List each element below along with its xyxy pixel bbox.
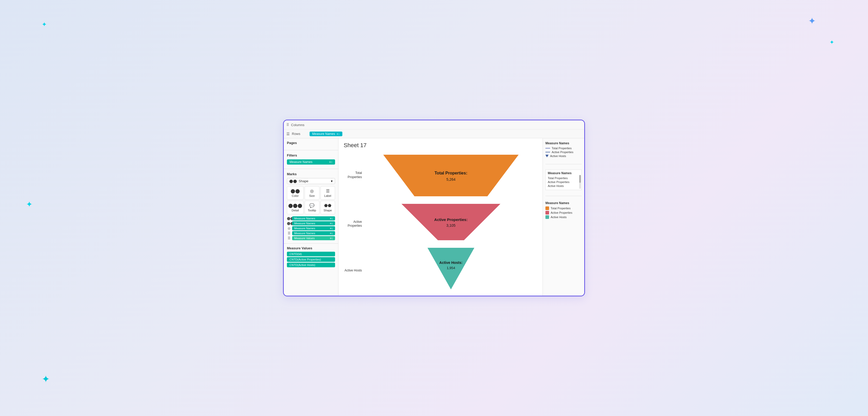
- marks-pill-row-5: ☰ Measure Values ≡↕: [287, 236, 335, 240]
- pill-2-icon: ⬤⬤: [287, 221, 291, 225]
- pill-5-icon: ☰: [287, 236, 291, 240]
- legend-color-red: [546, 211, 549, 214]
- body: Pages Filters Measure Names ≡↕ Marks ⬤⬤ …: [284, 138, 584, 296]
- legend-3-label-1: Total Properties: [551, 207, 570, 210]
- legend-3-title: Measure Names: [546, 201, 582, 205]
- pages-section: Pages: [284, 138, 338, 149]
- y-label-1: TotalProperties: [344, 171, 362, 179]
- pill-size-menu: ≡↕: [330, 227, 333, 230]
- pill-4-icon: ☰: [287, 232, 291, 235]
- legend-1-title: Measure Names: [546, 141, 582, 145]
- pill-1-icon: ⬤⬤: [287, 216, 291, 220]
- color-icon: ⬤⬤: [290, 188, 300, 194]
- rows-icon: ☰: [286, 132, 290, 136]
- legend-2-item-2: Active Properties: [548, 180, 579, 183]
- marks-label-btn[interactable]: ☰ Label: [320, 186, 335, 200]
- marks-pill-color[interactable]: Measure Names ≡↕: [292, 216, 335, 220]
- funnel-shape-2: [401, 204, 500, 240]
- marks-pill-label[interactable]: Measure Names ≡↕: [292, 231, 335, 235]
- funnel-svg-3: Active Hosts: 1,954: [375, 248, 526, 289]
- measure-values-section: Measure Values CNTD(Id) CNTD(Active Prop…: [284, 244, 338, 296]
- marks-pill-size[interactable]: Measure Names ≡↕: [292, 226, 335, 230]
- funnel-label-1-main: Total Properties:: [435, 171, 467, 175]
- mv-pill-3[interactable]: CNTD(Active Hosts): [287, 263, 335, 267]
- legend-2-item-1: Total Properties: [548, 177, 579, 180]
- marks-pill-row-1: ⬤⬤ Measure Names ≡↕: [287, 216, 335, 220]
- legend-2-label-1: Total Properties: [548, 177, 567, 180]
- funnel-item-1: Total Properties: 5,264: [365, 155, 537, 196]
- marks-pill-row-4: ☰ Measure Names ≡↕: [287, 231, 335, 235]
- legend-2-label-3: Active Hosts: [548, 184, 564, 187]
- pill-size-label: Measure Names: [294, 227, 315, 230]
- funnel-shape-1: [383, 155, 519, 196]
- legend-block-3: Measure Names Total Properties Active Pr…: [546, 201, 582, 220]
- sparkle-decoration-5: ✦: [42, 373, 50, 385]
- detail-icon: ⬤⬤⬤: [288, 203, 302, 208]
- legend-line-2: [546, 152, 550, 152]
- pill-label-label: Measure Names: [294, 232, 315, 235]
- marks-type-icon: ⬤⬤: [289, 179, 297, 183]
- funnel-svg-1: Total Properties: 5,264: [375, 155, 526, 196]
- size-icon: ◎: [310, 188, 314, 194]
- filters-measure-names-pill[interactable]: Measure Names ≡↕: [287, 160, 335, 165]
- label-label: Label: [324, 194, 331, 197]
- measure-names-pill-label: Measure Names: [312, 132, 335, 136]
- legend-line-1: [546, 148, 550, 148]
- marks-pill-values[interactable]: Measure Values ≡↕: [292, 236, 335, 240]
- funnel-item-3: Active Hosts: 1,954: [365, 248, 537, 289]
- chart-body: TotalProperties ActiveProperties Active …: [338, 151, 542, 296]
- sparkle-decoration-4: ✦: [26, 200, 33, 209]
- pill-color-menu: ≡↕: [330, 217, 333, 220]
- funnel-label-1-value: 5,264: [446, 177, 455, 181]
- marks-tooltip-btn[interactable]: 💬 Tooltip: [305, 201, 319, 214]
- shape-label: Shape: [323, 209, 332, 212]
- filters-section: Filters Measure Names ≡↕: [284, 151, 338, 168]
- marks-type-left: ⬤⬤ Shape: [289, 179, 309, 183]
- pill-values-label: Measure Values: [294, 237, 315, 240]
- marks-pills: ⬤⬤ Measure Names ≡↕ ⬤⬤ Measure Names ≡↕: [287, 216, 335, 240]
- chart-area: Sheet 17 TotalProperties ActivePropertie…: [338, 138, 542, 296]
- marks-shape-btn[interactable]: ⬟⬟ Shape: [320, 201, 335, 214]
- legend-1-label-3: Active Hosts: [550, 154, 566, 158]
- marks-pill-shape2[interactable]: Measure Names ≡↕: [292, 221, 335, 226]
- marks-section: Marks ⬤⬤ Shape ▾ ⬤⬤ Color ◎ Size: [284, 170, 338, 243]
- pill-color-label: Measure Names: [294, 217, 315, 220]
- legend-scrollbar[interactable]: [579, 175, 581, 189]
- filters-pill-label: Measure Names: [289, 160, 312, 164]
- pages-title: Pages: [287, 141, 335, 145]
- tooltip-label: Tooltip: [308, 209, 316, 212]
- mv-pill-1[interactable]: CNTD(Id): [287, 252, 335, 256]
- right-panel: Measure Names Total Properties Active Pr…: [542, 138, 584, 296]
- funnel-label-3-value: 1,954: [447, 266, 455, 270]
- shape-icon: ⬟⬟: [324, 203, 332, 208]
- marks-type-label: Shape: [299, 179, 309, 183]
- tooltip-icon: 💬: [309, 203, 314, 208]
- sparkle-decoration-2: ✦: [808, 15, 816, 27]
- pill-shape2-menu: ≡↕: [330, 222, 333, 225]
- sparkle-decoration-3: ✦: [830, 39, 834, 46]
- marks-detail-btn[interactable]: ⬤⬤⬤ Detail: [287, 201, 304, 214]
- measure-values-title: Measure Values: [287, 246, 335, 250]
- marks-pill-row-2: ⬤⬤ Measure Names ≡↕: [287, 221, 335, 226]
- y-axis-labels: TotalProperties ActiveProperties Active …: [344, 151, 365, 293]
- detail-label: Detail: [291, 209, 299, 212]
- measure-names-pill-toolbar[interactable]: Measure Names ≡↕: [310, 132, 342, 136]
- marks-title: Marks: [287, 172, 335, 176]
- marks-pill-row-3: ◎ Measure Names ≡↕: [287, 226, 335, 230]
- legend-color-teal: [546, 215, 549, 219]
- funnel-label-3-main: Active Hosts:: [439, 261, 462, 265]
- mv-pill-2[interactable]: CNTD(Active Properties): [287, 257, 335, 262]
- legend-3-label-2: Active Properties: [551, 211, 572, 214]
- legend-3-label-3: Active Hosts: [551, 215, 566, 219]
- legend-color-orange: [546, 206, 549, 210]
- marks-type-dropdown[interactable]: ⬤⬤ Shape ▾: [287, 178, 335, 184]
- label-icon: ☰: [326, 188, 330, 194]
- marks-color-btn[interactable]: ⬤⬤ Color: [287, 186, 304, 200]
- legend-3-item-2: Active Properties: [546, 211, 582, 214]
- rows-row: ☰ Rows Measure Names ≡↕: [284, 129, 584, 138]
- marks-size-btn[interactable]: ◎ Size: [305, 186, 319, 200]
- color-label: Color: [292, 194, 299, 197]
- filters-pill-icon: ≡↕: [329, 160, 333, 164]
- toolbar: ⠿ Columns ☰ Rows Measure Names ≡↕: [284, 120, 584, 138]
- pill-values-menu: ≡↕: [330, 237, 333, 240]
